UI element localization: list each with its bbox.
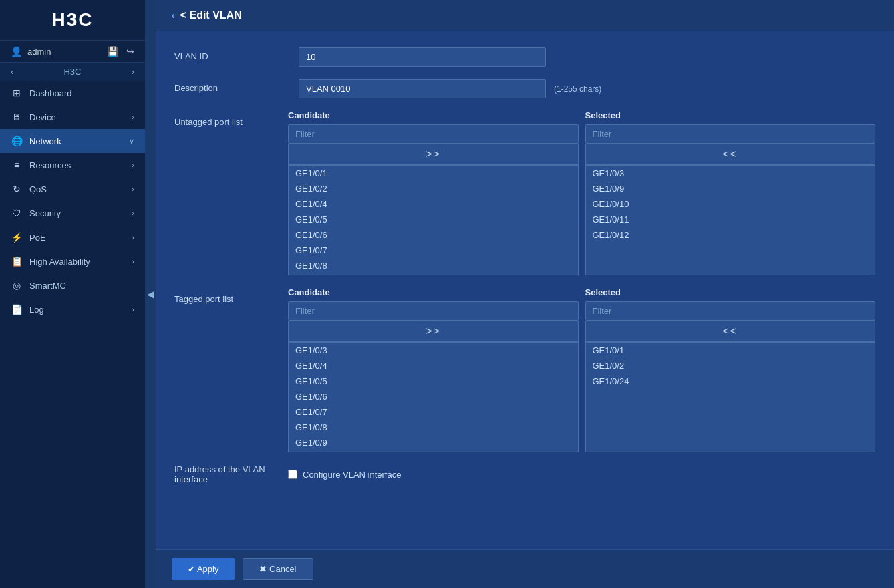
vlan-id-input[interactable] [299, 47, 546, 67]
prev-nav-arrow[interactable]: ‹ [11, 67, 13, 77]
ip-address-label: IP address of the VLAN interface [174, 464, 288, 484]
sidebar-user-bar: 👤 admin 💾 ↪ [0, 40, 145, 63]
untagged-candidate-listbox[interactable]: GE1/0/1GE1/0/2GE1/0/4GE1/0/5GE1/0/6GE1/0… [288, 165, 579, 275]
tagged-port-lists: Candidate >> GE1/0/3GE1/0/4GE1/0/5GE1/0/… [288, 287, 875, 452]
list-item[interactable]: GE1/0/5 [289, 374, 578, 389]
vlan-id-row: VLAN ID [174, 47, 875, 67]
sidebar-item-smartmc[interactable]: ◎ SmartMC [0, 273, 145, 297]
chars-hint: (1-255 chars) [554, 84, 601, 94]
smartmc-icon: ◎ [11, 280, 23, 291]
untagged-candidate-filter[interactable] [288, 124, 579, 144]
configure-vlan-checkbox[interactable] [288, 470, 297, 479]
sidebar-item-label: Log [29, 305, 125, 315]
sidebar-item-label: PoE [29, 233, 125, 243]
ip-address-row: IP address of the VLAN interface Configu… [174, 464, 875, 484]
list-item[interactable]: GE1/0/8 [289, 420, 578, 435]
back-arrow-icon[interactable]: ‹ [172, 10, 175, 21]
poe-icon: ⚡ [11, 232, 23, 243]
sidebar-header: H3C [0, 0, 145, 40]
sidebar-item-qos[interactable]: ↻ QoS › [0, 177, 145, 201]
user-icon: 👤 [11, 46, 22, 57]
logout-icon[interactable]: ↪ [126, 46, 134, 57]
tagged-port-section: Tagged port list Candidate >> GE1/0/3GE1… [174, 287, 875, 452]
sidebar-item-label: Device [29, 112, 125, 122]
list-item[interactable]: GE1/0/10 [586, 196, 875, 212]
list-item[interactable]: GE1/0/7 [289, 404, 578, 420]
chevron-right-icon: › [132, 161, 134, 169]
resources-icon: ≡ [11, 160, 23, 170]
ha-icon: 📋 [11, 256, 23, 267]
sidebar-item-label: High Availability [29, 257, 125, 267]
tagged-candidate-filter[interactable] [288, 301, 579, 321]
list-item[interactable]: GE1/0/6 [289, 227, 578, 243]
list-item[interactable]: GE1/0/1 [289, 166, 578, 181]
sidebar-item-device[interactable]: 🖥 Device › [0, 105, 145, 129]
configure-vlan-label: Configure VLAN interface [303, 470, 401, 480]
list-item[interactable]: GE1/0/9 [586, 181, 875, 196]
untagged-selected-listbox[interactable]: GE1/0/3GE1/0/9GE1/0/10GE1/0/11GE1/0/12 [585, 165, 876, 275]
sidebar-item-dashboard[interactable]: ⊞ Dashboard [0, 81, 145, 105]
untagged-port-lists: Candidate >> GE1/0/1GE1/0/2GE1/0/4GE1/0/… [288, 110, 875, 275]
log-icon: 📄 [11, 304, 23, 315]
tagged-candidate-panel: Candidate >> GE1/0/3GE1/0/4GE1/0/5GE1/0/… [288, 287, 579, 452]
security-icon: 🛡 [11, 208, 23, 218]
page-header: ‹ < Edit VLAN [156, 0, 894, 31]
list-item[interactable]: GE1/0/12 [586, 227, 875, 243]
list-item[interactable]: GE1/0/4 [289, 358, 578, 374]
list-item[interactable]: GE1/0/6 [289, 389, 578, 404]
untagged-candidate-header: Candidate [288, 110, 579, 120]
list-item[interactable]: GE1/0/1 [586, 343, 875, 358]
list-item[interactable]: GE1/0/24 [586, 374, 875, 389]
list-item[interactable]: GE1/0/3 [289, 343, 578, 358]
next-nav-arrow[interactable]: › [132, 67, 134, 77]
sidebar-menu: ⊞ Dashboard 🖥 Device › 🌐 Network ∨ ≡ Res… [0, 81, 145, 588]
username-label: admin [27, 47, 102, 57]
configure-vlan-section: Configure VLAN interface [288, 470, 401, 480]
cancel-button[interactable]: ✖ Cancel [243, 558, 313, 580]
description-input[interactable] [299, 79, 546, 98]
sidebar-item-label: Dashboard [29, 88, 134, 98]
list-item[interactable]: GE1/0/3 [586, 166, 875, 181]
description-input-row: (1-255 chars) [299, 79, 700, 98]
tagged-backward-btn[interactable]: << [585, 321, 876, 342]
sidebar-item-high-availability[interactable]: 📋 High Availability › [0, 249, 145, 273]
form-footer: ✔ Apply ✖ Cancel [156, 549, 894, 588]
list-item[interactable]: GE1/0/9 [289, 435, 578, 450]
sidebar-collapse-handle[interactable]: ◀ [145, 0, 156, 588]
sidebar-item-poe[interactable]: ⚡ PoE › [0, 225, 145, 249]
vlan-id-control [299, 47, 700, 67]
network-icon: 🌐 [11, 136, 23, 146]
list-item[interactable]: GE1/0/7 [289, 243, 578, 258]
untagged-selected-header: Selected [585, 110, 876, 120]
sidebar-item-network[interactable]: 🌐 Network ∨ [0, 129, 145, 153]
sidebar-item-label: Security [29, 208, 125, 218]
main-content: ‹ < Edit VLAN VLAN ID Description (1-255… [156, 0, 894, 588]
tagged-selected-filter[interactable] [585, 301, 876, 321]
untagged-forward-btn[interactable]: >> [288, 144, 579, 165]
save-icon[interactable]: 💾 [107, 46, 118, 57]
tagged-candidate-listbox[interactable]: GE1/0/3GE1/0/4GE1/0/5GE1/0/6GE1/0/7GE1/0… [288, 342, 579, 452]
sidebar-item-log[interactable]: 📄 Log › [0, 297, 145, 321]
sidebar-item-label: Network [29, 136, 122, 146]
untagged-backward-btn[interactable]: << [585, 144, 876, 165]
list-item[interactable]: GE1/0/4 [289, 196, 578, 212]
list-item[interactable]: GE1/0/8 [289, 258, 578, 273]
tagged-candidate-header: Candidate [288, 287, 579, 297]
description-row: Description (1-255 chars) [174, 79, 875, 98]
tagged-selected-listbox[interactable]: GE1/0/1GE1/0/2GE1/0/24 [585, 342, 876, 452]
sidebar-item-resources[interactable]: ≡ Resources › [0, 153, 145, 177]
list-item[interactable]: GE1/0/11 [586, 212, 875, 227]
list-item[interactable]: GE1/0/2 [289, 181, 578, 196]
nav-center-label: H3C [63, 67, 81, 77]
sidebar-item-label: QoS [29, 184, 125, 194]
chevron-right-icon: › [132, 257, 134, 265]
list-item[interactable]: GE1/0/2 [586, 358, 875, 374]
tagged-forward-btn[interactable]: >> [288, 321, 579, 342]
apply-button[interactable]: ✔ Apply [172, 558, 235, 580]
list-item[interactable]: GE1/0/5 [289, 212, 578, 227]
untagged-selected-filter[interactable] [585, 124, 876, 144]
chevron-right-icon: › [132, 209, 134, 217]
untagged-selected-panel: Selected << GE1/0/3GE1/0/9GE1/0/10GE1/0/… [585, 110, 876, 275]
sidebar-item-security[interactable]: 🛡 Security › [0, 201, 145, 225]
sidebar-item-label: SmartMC [29, 281, 134, 291]
